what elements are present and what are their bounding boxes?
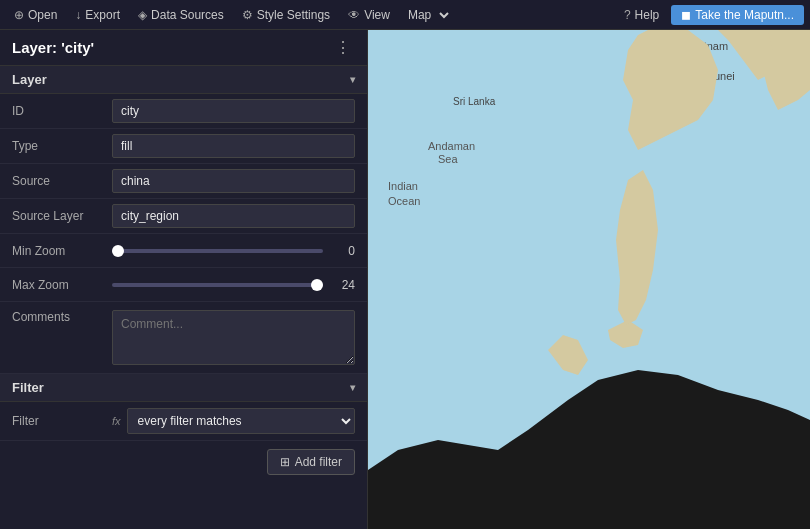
topbar-right: ? Help ◼ Take the Maputn... [616, 5, 804, 25]
svg-text:Andaman: Andaman [428, 140, 475, 152]
source-row: Source [0, 164, 367, 199]
view-label: View [364, 8, 390, 22]
maputnik-label: Take the Maputn... [695, 8, 794, 22]
map-svg: Andaman Sea Indian Ocean Thailand Vietna… [368, 30, 810, 529]
source-layer-label: Source Layer [12, 209, 112, 223]
style-settings-icon: ⚙ [242, 8, 253, 22]
layer-title-text: Layer: 'city' [12, 39, 94, 56]
filter-chevron-icon: ▾ [350, 382, 355, 393]
svg-text:Sea: Sea [438, 153, 458, 165]
export-icon: ↓ [75, 8, 81, 22]
open-icon: ⊕ [14, 8, 24, 22]
layer-options-button[interactable]: ⋮ [331, 38, 355, 57]
max-zoom-value: 24 [331, 278, 355, 292]
layer-section-label: Layer [12, 72, 47, 87]
topbar: ⊕ Open ↓ Export ◈ Data Sources ⚙ Style S… [0, 0, 810, 30]
min-zoom-row: Min Zoom 0 [0, 234, 367, 268]
type-row: Type [0, 129, 367, 164]
maputnik-icon: ◼ [681, 8, 691, 22]
map-select[interactable]: Map [400, 5, 452, 25]
view-button[interactable]: 👁 View [340, 6, 398, 24]
svg-text:Sri Lanka: Sri Lanka [453, 96, 496, 107]
add-filter-icon: ⊞ [280, 455, 290, 469]
type-label: Type [12, 139, 112, 153]
export-label: Export [85, 8, 120, 22]
map-area[interactable]: Andaman Sea Indian Ocean Thailand Vietna… [368, 30, 810, 529]
help-icon: ? [624, 8, 631, 22]
comments-textarea[interactable] [112, 310, 355, 365]
max-zoom-wrap: 24 [112, 278, 355, 292]
source-layer-row: Source Layer [0, 199, 367, 234]
open-button[interactable]: ⊕ Open [6, 6, 65, 24]
layer-section-header[interactable]: Layer ▾ [0, 66, 367, 94]
id-row: ID [0, 94, 367, 129]
filter-select[interactable]: every filter matchesany filter matchesno… [127, 408, 355, 434]
open-label: Open [28, 8, 57, 22]
layer-chevron-icon: ▾ [350, 74, 355, 85]
id-label: ID [12, 104, 112, 118]
min-zoom-wrap: 0 [112, 244, 355, 258]
data-sources-button[interactable]: ◈ Data Sources [130, 6, 232, 24]
min-zoom-label: Min Zoom [12, 244, 112, 258]
min-zoom-slider[interactable] [112, 249, 323, 253]
filter-row: Filter fx every filter matchesany filter… [0, 402, 367, 441]
max-zoom-label: Max Zoom [12, 278, 112, 292]
comments-row: Comments [0, 302, 367, 374]
add-filter-button[interactable]: ⊞ Add filter [267, 449, 355, 475]
view-icon: 👁 [348, 8, 360, 22]
svg-text:Ocean: Ocean [388, 195, 420, 207]
help-button[interactable]: ? Help [616, 6, 667, 24]
left-panel: Layer: 'city' ⋮ Layer ▾ ID Type Source [0, 30, 368, 529]
source-layer-value-wrap [112, 204, 355, 228]
comments-wrap [112, 310, 355, 368]
view-select-wrap: 👁 View Map [340, 5, 452, 25]
filter-label: Filter [12, 414, 112, 428]
source-value-wrap [112, 169, 355, 193]
type-value-wrap [112, 134, 355, 158]
help-label: Help [635, 8, 660, 22]
max-zoom-slider[interactable] [112, 283, 323, 287]
layer-title-bar: Layer: 'city' ⋮ [0, 30, 367, 66]
source-input[interactable] [112, 169, 355, 193]
type-input[interactable] [112, 134, 355, 158]
filter-fx-label: fx [112, 415, 121, 427]
data-sources-label: Data Sources [151, 8, 224, 22]
data-sources-icon: ◈ [138, 8, 147, 22]
filter-section-header[interactable]: Filter ▾ [0, 374, 367, 402]
add-filter-wrap: ⊞ Add filter [0, 441, 367, 483]
main-content: Layer: 'city' ⋮ Layer ▾ ID Type Source [0, 30, 810, 529]
id-input[interactable] [112, 99, 355, 123]
max-zoom-row: Max Zoom 24 [0, 268, 367, 302]
svg-text:Indian: Indian [388, 180, 418, 192]
style-settings-button[interactable]: ⚙ Style Settings [234, 6, 338, 24]
source-layer-input[interactable] [112, 204, 355, 228]
source-label: Source [12, 174, 112, 188]
add-filter-label: Add filter [295, 455, 342, 469]
filter-section-label: Filter [12, 380, 44, 395]
style-settings-label: Style Settings [257, 8, 330, 22]
min-zoom-value: 0 [331, 244, 355, 258]
export-button[interactable]: ↓ Export [67, 6, 128, 24]
maputnik-button[interactable]: ◼ Take the Maputn... [671, 5, 804, 25]
id-value-wrap [112, 99, 355, 123]
comments-label: Comments [12, 310, 112, 324]
